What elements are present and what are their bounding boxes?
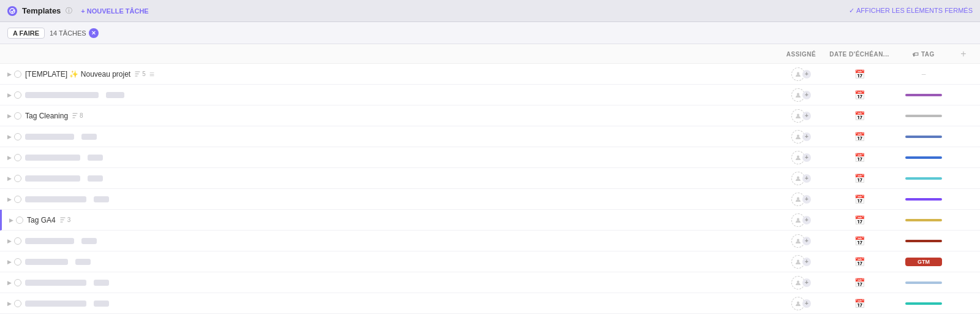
row-assignee[interactable]: + [777, 172, 826, 185]
row-due-date[interactable]: 📅 [826, 278, 893, 288]
table-row[interactable]: ▶ + 📅 GTM [0, 251, 980, 272]
table-row[interactable]: ▶ Tag Cleaning 8 + 📅 [0, 105, 980, 126]
tag-badge[interactable] [905, 177, 942, 180]
expand-icon[interactable]: ▶ [7, 196, 12, 202]
assign-plus[interactable]: + [802, 174, 811, 183]
expand-icon[interactable]: ▶ [7, 71, 12, 77]
table-row[interactable]: ▶ + 📅 [0, 189, 980, 210]
row-tag[interactable] [893, 177, 954, 180]
new-task-button[interactable]: + NOUVELLE TÂCHE [77, 6, 152, 16]
expand-icon[interactable]: ▶ [9, 217, 13, 223]
row-checkbox[interactable] [14, 300, 21, 307]
row-due-date[interactable]: 📅 [826, 257, 893, 267]
expand-icon[interactable]: ▶ [7, 134, 12, 140]
info-icon[interactable]: ⓘ [66, 6, 72, 15]
col-add-header[interactable]: + [954, 48, 973, 59]
row-assignee[interactable]: + [777, 130, 826, 144]
row-assignee[interactable]: + [777, 234, 826, 248]
row-due-date[interactable]: 📅 [826, 90, 893, 100]
more-icon[interactable]: ≡ [149, 69, 154, 79]
row-due-date[interactable]: 📅 [826, 194, 893, 204]
table-row[interactable]: ▶ + 📅 [0, 272, 980, 293]
row-checkbox[interactable] [16, 216, 23, 224]
assign-plus[interactable]: + [802, 258, 811, 266]
row-tag[interactable] [893, 156, 954, 159]
table-row[interactable]: ▶ + 📅 [0, 231, 980, 251]
row-due-date[interactable]: 📅 [826, 153, 893, 163]
tag-badge[interactable] [905, 94, 942, 96]
table-row[interactable]: ▶ + 📅 [0, 85, 980, 105]
tag-badge[interactable] [905, 136, 942, 138]
tag-badge[interactable] [905, 281, 942, 284]
tag-badge[interactable] [905, 240, 942, 242]
row-tag[interactable] [893, 115, 954, 117]
assign-plus[interactable]: + [802, 153, 811, 162]
row-assignee[interactable]: + [777, 276, 826, 289]
tab-a-faire[interactable]: A FAIRE [7, 28, 45, 39]
row-checkbox[interactable] [14, 279, 21, 286]
assign-plus[interactable]: + [802, 70, 811, 78]
tag-badge[interactable] [905, 156, 942, 159]
row-tag[interactable] [893, 240, 954, 242]
expand-icon[interactable]: ▶ [7, 280, 12, 286]
row-tag[interactable] [893, 219, 954, 221]
row-due-date[interactable]: 📅 [826, 215, 893, 225]
assign-plus[interactable]: + [802, 195, 811, 204]
row-tag[interactable] [893, 198, 954, 201]
view-closed-button[interactable]: ✓ AFFICHER LES ÉLÉMENTS FERMÉS [849, 7, 973, 15]
tag-badge[interactable] [905, 302, 942, 305]
row-checkbox[interactable] [14, 258, 21, 266]
row-tag[interactable]: – [893, 70, 954, 78]
assign-plus[interactable]: + [802, 112, 811, 120]
assign-plus[interactable]: + [802, 216, 811, 224]
row-checkbox[interactable] [14, 154, 21, 161]
row-assignee[interactable]: + [777, 255, 826, 269]
row-checkbox[interactable] [14, 237, 21, 245]
row-tag[interactable] [893, 136, 954, 138]
row-checkbox[interactable] [14, 112, 21, 120]
row-due-date[interactable]: 📅 [826, 236, 893, 246]
tab-count[interactable]: 14 TÂCHES ✕ [50, 28, 99, 38]
table-row[interactable]: ▶ + 📅 [0, 147, 980, 168]
table-row[interactable]: ▶ + 📅 [0, 293, 980, 314]
row-assignee[interactable]: + [777, 193, 826, 206]
row-assignee[interactable]: + [777, 213, 826, 227]
row-due-date[interactable]: 📅 [826, 299, 893, 308]
gtm-tag-badge[interactable]: GTM [905, 258, 942, 266]
expand-icon[interactable]: ▶ [7, 301, 12, 307]
tag-badge[interactable] [905, 219, 942, 221]
expand-icon[interactable]: ▶ [7, 113, 12, 119]
row-due-date[interactable]: 📅 [826, 111, 893, 121]
tag-badge[interactable] [905, 115, 942, 117]
row-checkbox[interactable] [14, 91, 21, 99]
row-tag[interactable]: GTM [893, 258, 954, 266]
row-assignee[interactable]: + [777, 88, 826, 102]
table-row[interactable]: ▶ [TEMPLATE] ✨ Nouveau projet 5 ≡ + 📅 [0, 64, 980, 85]
expand-icon[interactable]: ▶ [7, 238, 12, 244]
expand-icon[interactable]: ▶ [7, 175, 12, 182]
expand-icon[interactable]: ▶ [7, 259, 12, 265]
table-row[interactable]: ▶ + 📅 [0, 126, 980, 147]
row-checkbox[interactable] [14, 175, 21, 182]
row-assignee[interactable]: + [777, 67, 826, 81]
row-checkbox[interactable] [14, 133, 21, 140]
assign-plus[interactable]: + [802, 278, 811, 287]
expand-icon[interactable]: ▶ [7, 155, 12, 161]
row-due-date[interactable]: 📅 [826, 132, 893, 142]
row-checkbox[interactable] [14, 71, 21, 78]
table-row[interactable]: ▶ Tag GA4 3 + 📅 [0, 210, 980, 231]
tag-badge[interactable] [905, 198, 942, 201]
expand-icon[interactable]: ▶ [7, 92, 12, 98]
assign-plus[interactable]: + [802, 91, 811, 99]
row-due-date[interactable]: 📅 [826, 174, 893, 183]
assign-plus[interactable]: + [802, 237, 811, 245]
assign-plus[interactable]: + [802, 132, 811, 141]
row-due-date[interactable]: 📅 [826, 69, 893, 79]
row-assignee[interactable]: + [777, 297, 826, 310]
row-tag[interactable] [893, 94, 954, 96]
row-checkbox[interactable] [14, 196, 21, 203]
row-tag[interactable] [893, 302, 954, 305]
row-assignee[interactable]: + [777, 109, 826, 123]
assign-plus[interactable]: + [802, 299, 811, 308]
table-row[interactable]: ▶ + 📅 [0, 168, 980, 189]
